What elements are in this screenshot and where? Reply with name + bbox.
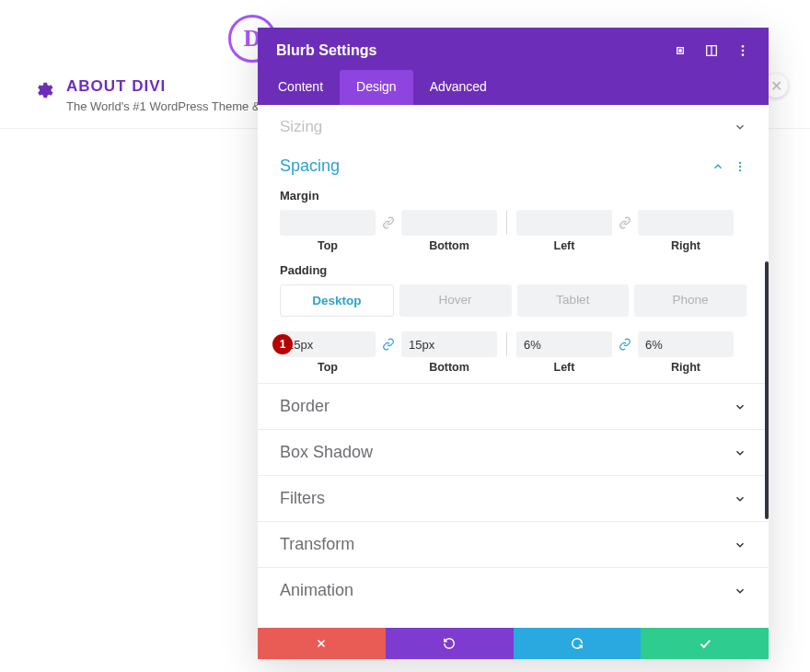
padding-inputs — [280, 331, 746, 357]
padding-left-input[interactable] — [516, 331, 612, 357]
delete-button[interactable] — [258, 628, 386, 659]
tab-design[interactable]: Design — [340, 70, 413, 105]
section-box-shadow[interactable]: Box Shadow — [258, 430, 769, 476]
svg-point-4 — [742, 45, 745, 48]
device-tab-phone[interactable]: Phone — [634, 284, 746, 317]
link-icon[interactable] — [379, 338, 398, 351]
padding-label: Padding — [280, 263, 746, 277]
check-icon — [698, 636, 712, 651]
modal-tabs: Content Design Advanced — [258, 70, 769, 105]
chevron-down-icon — [734, 539, 746, 551]
link-icon[interactable] — [616, 338, 634, 351]
tab-advanced[interactable]: Advanced — [413, 70, 503, 105]
svg-point-1 — [679, 50, 682, 52]
chevron-down-icon — [734, 121, 746, 133]
margin-right-input[interactable] — [638, 210, 734, 236]
device-tab-desktop[interactable]: Desktop — [280, 284, 394, 317]
svg-point-8 — [739, 165, 741, 167]
chevron-down-icon — [734, 400, 746, 413]
redo-icon — [571, 637, 584, 650]
save-button[interactable] — [641, 628, 769, 659]
section-transform[interactable]: Transform — [258, 522, 769, 568]
device-tab-tablet[interactable]: Tablet — [517, 284, 630, 317]
padding-top-input[interactable] — [280, 331, 376, 357]
modal-header: Blurb Settings — [258, 28, 769, 70]
gear-icon — [33, 80, 53, 100]
section-border[interactable]: Border — [258, 384, 769, 430]
section-spacing-header[interactable]: Spacing — [280, 144, 746, 189]
margin-inputs — [280, 210, 746, 236]
divider — [506, 211, 507, 235]
modal-title: Blurb Settings — [276, 42, 376, 59]
expand-icon[interactable] — [673, 43, 688, 58]
chevron-down-icon — [734, 492, 746, 505]
settings-modal: Blurb Settings Content Design Advanced S… — [258, 28, 769, 659]
kebab-icon[interactable] — [735, 43, 750, 58]
kebab-icon[interactable] — [734, 160, 746, 173]
redo-button[interactable] — [514, 628, 642, 659]
chevron-down-icon — [734, 446, 746, 459]
tab-content[interactable]: Content — [261, 70, 340, 105]
svg-point-7 — [739, 161, 741, 163]
chevron-up-icon — [712, 160, 724, 173]
padding-right-input[interactable] — [638, 331, 734, 357]
svg-point-9 — [739, 168, 741, 170]
divider — [506, 332, 507, 356]
svg-point-6 — [742, 53, 745, 56]
undo-button[interactable] — [386, 628, 514, 659]
link-icon[interactable] — [379, 216, 398, 229]
undo-icon — [443, 637, 456, 650]
scrollbar-thumb[interactable] — [765, 261, 769, 519]
chevron-down-icon — [734, 585, 746, 597]
device-tabs: Desktop Hover Tablet Phone — [280, 284, 746, 317]
snap-icon[interactable] — [704, 43, 719, 58]
padding-bottom-input[interactable] — [401, 331, 497, 357]
section-filters[interactable]: Filters — [258, 476, 769, 522]
margin-label: Margin — [280, 189, 746, 203]
svg-point-5 — [742, 50, 745, 52]
page-header: ABOUT DIVI The World's #1 WordPress Them… — [33, 77, 295, 113]
margin-bottom-input[interactable] — [401, 210, 497, 236]
section-animation[interactable]: Animation — [258, 568, 769, 613]
device-tab-hover[interactable]: Hover — [399, 284, 512, 317]
section-spacing-title: Spacing — [280, 156, 340, 176]
section-sizing[interactable]: Sizing — [280, 105, 746, 144]
close-icon — [315, 637, 328, 650]
margin-left-input[interactable] — [516, 210, 612, 236]
modal-footer — [258, 628, 769, 659]
link-icon[interactable] — [616, 216, 634, 229]
annotation-marker-1: 1 — [272, 334, 293, 354]
margin-top-input[interactable] — [280, 210, 376, 236]
